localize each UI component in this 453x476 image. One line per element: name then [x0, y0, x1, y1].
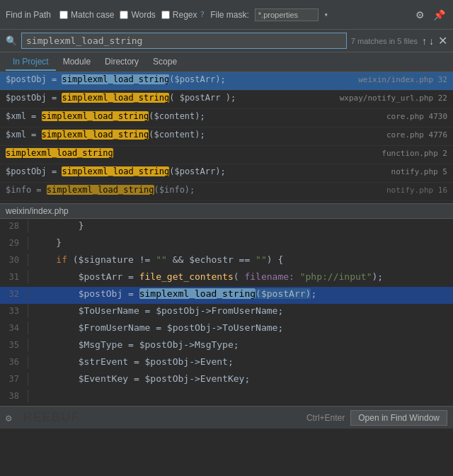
result-code: $xml = simplexml_load_string($content); — [6, 111, 381, 121]
line-number: 31 — [0, 271, 28, 283]
words-group: Words — [120, 10, 155, 20]
result-row[interactable]: simplexml_load_string function.php 2 — [0, 146, 453, 164]
line-content: $strEvent = $postObj->Event; — [28, 355, 453, 368]
line-content: $EventKey = $postObj->EventKey; — [28, 372, 453, 385]
settings-icon[interactable]: ⚙ — [6, 412, 11, 424]
regex-checkbox[interactable] — [161, 11, 170, 19]
watermark: REEBUF — [23, 410, 79, 425]
line-number: 33 — [0, 305, 28, 317]
line-content: } — [28, 219, 453, 232]
line-content: if ($signature != "" && $echostr == "") … — [28, 253, 453, 266]
search-icon: 🔍 — [6, 35, 17, 46]
match-case-label: Match case — [71, 10, 114, 20]
result-code: $info = simplexml_load_string($info); — [6, 185, 381, 195]
result-row[interactable]: $xml = simplexml_load_string($content); … — [0, 128, 453, 146]
next-match-button[interactable]: ↓ — [429, 35, 434, 47]
shortcut-label: Ctrl+Enter — [306, 413, 345, 423]
tab-scope[interactable]: Scope — [146, 54, 184, 71]
result-code: $postObj = simplexml_load_string($postAr… — [6, 74, 352, 84]
top-bar: Find in Path Match case Words Regex ? Fi… — [0, 0, 453, 30]
search-input[interactable] — [21, 33, 347, 49]
result-code: simplexml_load_string — [6, 148, 376, 158]
tab-in-project[interactable]: In Project — [6, 54, 56, 71]
words-checkbox[interactable] — [120, 11, 128, 19]
tab-module[interactable]: Module — [56, 54, 98, 71]
line-number: 37 — [0, 373, 28, 385]
line-number: 30 — [0, 254, 28, 266]
line-number: 29 — [0, 237, 28, 249]
line-number: 34 — [0, 322, 28, 334]
result-row[interactable]: $postObj = simplexml_load_string($postAr… — [0, 164, 453, 183]
result-row[interactable]: $info = simplexml_load_string($info); no… — [0, 183, 453, 201]
line-content: $MsgType = $postObj->MsgType; — [28, 338, 453, 351]
line-number: 28 — [0, 220, 28, 232]
code-line: 38 — [0, 389, 453, 406]
search-bar: 🔍 7 matches in 5 files ↑ ↓ ✕ — [0, 30, 453, 52]
code-line: 31 $postArr = file_get_contents( filenam… — [0, 270, 453, 287]
result-code: $postObj = simplexml_load_string( $postA… — [6, 93, 334, 103]
result-row[interactable]: $postObj = simplexml_load_string($postAr… — [0, 72, 453, 91]
bottom-bar: ⚙ REEBUF Ctrl+Enter Open in Find Window — [0, 406, 453, 429]
code-line: 33 $ToUserName = $postObj->FromUserName; — [0, 304, 453, 321]
result-row[interactable]: $postObj = simplexml_load_string( $postA… — [0, 91, 453, 109]
result-code: $postObj = simplexml_load_string($postAr… — [6, 166, 386, 176]
file-mask-dropdown-icon[interactable]: ▾ — [324, 11, 328, 18]
result-file: core.php 4776 — [386, 130, 447, 140]
code-line: 35 $MsgType = $postObj->MsgType; — [0, 338, 453, 355]
match-case-checkbox[interactable] — [59, 11, 68, 19]
code-line: 34 $FromUserName = $postObj->ToUserName; — [0, 321, 453, 338]
code-editor: 28 } 29 } 30 if ($signature != "" && $ec… — [0, 219, 453, 406]
result-file: weixin/index.php 32 — [358, 75, 447, 84]
pin-icon[interactable]: 📌 — [431, 8, 447, 22]
line-content — [28, 389, 453, 402]
code-line: 32 $postObj = simplexml_load_string($pos… — [0, 287, 453, 304]
regex-help-icon[interactable]: ? — [200, 10, 205, 19]
tab-directory[interactable]: Directory — [98, 54, 146, 71]
result-row[interactable]: $xml = simplexml_load_string($content); … — [0, 109, 453, 128]
code-line: 37 $EventKey = $postObj->EventKey; — [0, 372, 453, 389]
file-mask-label: File mask: — [210, 10, 249, 20]
words-label: Words — [131, 10, 155, 20]
code-line: 30 if ($signature != "" && $echostr == "… — [0, 253, 453, 270]
file-mask-input[interactable] — [255, 8, 319, 21]
line-content: $postArr = file_get_contents( filename: … — [28, 270, 453, 283]
line-number: 36 — [0, 356, 28, 368]
result-file: core.php 4730 — [386, 112, 447, 121]
match-case-group: Match case — [59, 10, 114, 20]
line-number: 38 — [0, 390, 28, 402]
line-number: 32 — [0, 288, 28, 300]
filter-icon[interactable]: ⚙ — [413, 8, 427, 22]
result-file: notify.php 5 — [391, 167, 447, 176]
results-list: $postObj = simplexml_load_string($postAr… — [0, 72, 453, 203]
code-line: 28 } — [0, 219, 453, 236]
result-file: function.php 2 — [382, 149, 447, 158]
line-content: $ToUserName = $postObj->FromUserName; — [28, 304, 453, 317]
file-header: weixin/index.php — [0, 203, 453, 219]
nav-arrows: ↑ ↓ — [422, 35, 434, 47]
bottom-right: Ctrl+Enter Open in Find Window — [306, 410, 447, 426]
line-content: $postObj = simplexml_load_string($postAr… — [28, 287, 453, 300]
line-content: $FromUserName = $postObj->ToUserName; — [28, 321, 453, 334]
open-find-window-button[interactable]: Open in Find Window — [350, 410, 447, 426]
code-line: 36 $strEvent = $postObj->Event; — [0, 355, 453, 372]
match-count: 7 matches in 5 files — [351, 37, 418, 45]
tabs-bar: In Project Module Directory Scope — [0, 52, 453, 72]
prev-match-button[interactable]: ↑ — [422, 35, 427, 47]
line-number: 35 — [0, 339, 28, 351]
top-bar-icons: ⚙ 📌 — [413, 8, 447, 22]
result-code: $xml = simplexml_load_string($content); — [6, 130, 381, 140]
line-content: } — [28, 236, 453, 249]
result-file: wxpay/notify_url.php 22 — [340, 94, 447, 103]
panel-title: Find in Path — [6, 10, 51, 20]
regex-label: Regex — [173, 10, 197, 20]
regex-group: Regex ? — [161, 10, 205, 20]
code-line: 29 } — [0, 236, 453, 253]
close-button[interactable]: ✕ — [438, 34, 447, 47]
result-file: notify.php 16 — [386, 186, 447, 195]
